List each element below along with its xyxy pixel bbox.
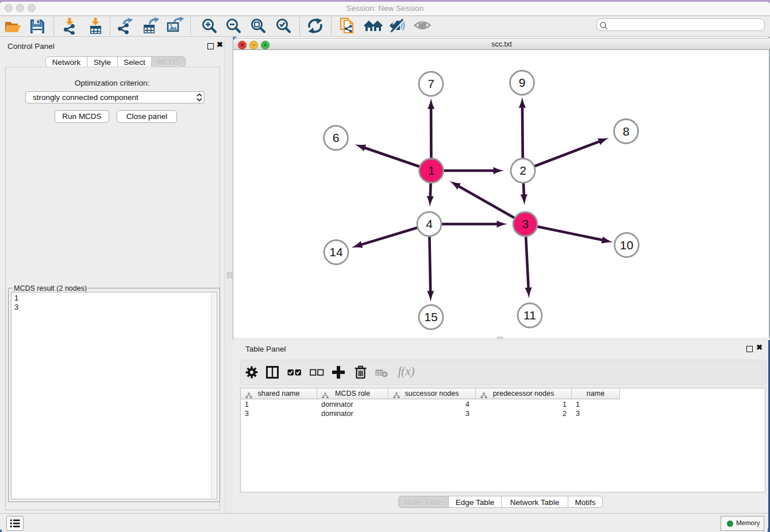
svg-text:3: 3 xyxy=(522,217,529,230)
svg-text:7: 7 xyxy=(428,77,434,90)
svg-text:2: 2 xyxy=(519,164,526,177)
svg-text:8: 8 xyxy=(623,125,630,138)
svg-text:1: 1 xyxy=(428,164,435,177)
svg-text:11: 11 xyxy=(523,309,536,322)
svg-text:10: 10 xyxy=(620,238,633,252)
svg-text:14: 14 xyxy=(329,245,343,259)
svg-text:15: 15 xyxy=(424,310,437,323)
svg-text:9: 9 xyxy=(519,76,526,89)
svg-text:6: 6 xyxy=(333,131,340,144)
svg-text:4: 4 xyxy=(426,217,433,230)
